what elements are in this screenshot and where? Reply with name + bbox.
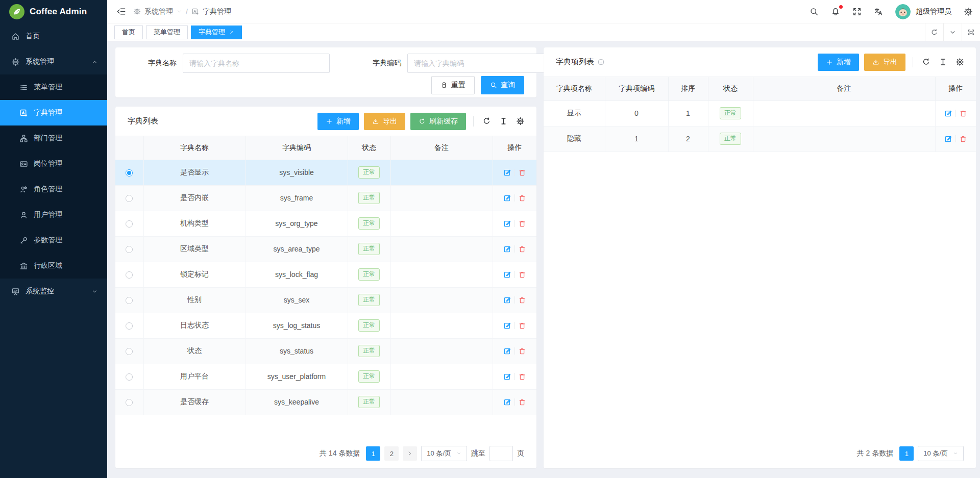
- table-row[interactable]: 是否内嵌 sys_frame 正常: [115, 185, 536, 211]
- tab-dict-management[interactable]: 字典管理: [191, 26, 242, 39]
- page-size-select[interactable]: 10 条/页: [421, 446, 467, 461]
- delete-icon[interactable]: [518, 398, 526, 406]
- edit-icon[interactable]: [944, 135, 952, 143]
- sidebar-item-home[interactable]: 首页: [0, 23, 107, 49]
- sidebar-item-admin-region[interactable]: 行政区域: [0, 253, 107, 279]
- row-radio[interactable]: [126, 348, 133, 355]
- sidebar-item-user-management[interactable]: 用户管理: [0, 202, 107, 228]
- table-row[interactable]: 是否显示 sys_visible 正常: [115, 160, 536, 185]
- delete-icon[interactable]: [518, 270, 526, 279]
- col-item-sort: 排序: [668, 77, 708, 100]
- tab-home[interactable]: 首页: [114, 26, 143, 39]
- table-row[interactable]: 是否缓存 sys_keepalive 正常: [115, 389, 536, 415]
- row-radio[interactable]: [126, 246, 133, 253]
- table-row[interactable]: 区域类型 sys_area_type 正常: [115, 236, 536, 262]
- sidebar-item-role-management[interactable]: 角色管理: [0, 177, 107, 202]
- sidebar-item-dept-management[interactable]: 部门管理: [0, 125, 107, 151]
- fullscreen-icon[interactable]: [852, 7, 862, 16]
- dict-add-button[interactable]: 新增: [317, 113, 359, 130]
- row-radio[interactable]: [126, 399, 133, 406]
- row-height-icon[interactable]: [939, 58, 947, 66]
- refresh-cache-button[interactable]: 刷新缓存: [410, 113, 466, 130]
- tab-more-chevron-icon[interactable]: [943, 23, 962, 41]
- row-radio[interactable]: [126, 169, 133, 177]
- edit-icon[interactable]: [503, 296, 511, 304]
- table-row[interactable]: 显示 0 1 正常: [544, 100, 976, 126]
- edit-icon[interactable]: [503, 219, 511, 228]
- table-row[interactable]: 用户平台 sys_user_platform 正常: [115, 364, 536, 389]
- row-radio[interactable]: [126, 297, 133, 304]
- item-export-button[interactable]: 导出: [864, 54, 905, 71]
- table-row[interactable]: 隐藏 1 2 正常: [544, 126, 976, 152]
- page-size-select[interactable]: 10 条/页: [918, 446, 964, 461]
- edit-icon[interactable]: [503, 321, 511, 330]
- row-radio[interactable]: [126, 373, 133, 381]
- query-button[interactable]: 查询: [481, 76, 524, 94]
- delete-icon[interactable]: [518, 347, 526, 355]
- row-radio[interactable]: [126, 322, 133, 330]
- app-logo[interactable]: Coffee Admin: [0, 0, 107, 23]
- next-page-button[interactable]: [403, 446, 417, 461]
- sidebar-item-menu-management[interactable]: 菜单管理: [0, 74, 107, 100]
- row-height-icon[interactable]: [499, 117, 508, 125]
- dict-name-input[interactable]: [183, 54, 330, 73]
- row-radio[interactable]: [126, 220, 133, 228]
- page-1-button[interactable]: 1: [366, 446, 380, 461]
- page-2-button[interactable]: 2: [384, 446, 399, 461]
- sidebar-item-post-management[interactable]: 岗位管理: [0, 151, 107, 177]
- edit-icon[interactable]: [503, 372, 511, 381]
- delete-icon[interactable]: [518, 219, 526, 228]
- content-maximize-icon[interactable]: [962, 23, 980, 41]
- avatar[interactable]: [895, 4, 911, 19]
- table-row[interactable]: 机构类型 sys_org_type 正常: [115, 211, 536, 236]
- dict-code-input[interactable]: [407, 54, 554, 73]
- reset-button[interactable]: 重置: [431, 76, 475, 94]
- notification-bell-icon[interactable]: [831, 7, 840, 16]
- delete-icon[interactable]: [518, 372, 526, 381]
- search-icon: [490, 82, 497, 89]
- row-radio[interactable]: [126, 195, 133, 202]
- sidebar-item-param-management[interactable]: 参数管理: [0, 228, 107, 253]
- edit-icon[interactable]: [503, 245, 511, 253]
- delete-icon[interactable]: [518, 296, 526, 304]
- delete-icon[interactable]: [518, 194, 526, 202]
- edit-icon[interactable]: [503, 168, 511, 177]
- delete-icon[interactable]: [959, 135, 967, 143]
- search-icon[interactable]: [810, 7, 819, 16]
- table-row[interactable]: 日志状态 sys_log_status 正常: [115, 313, 536, 338]
- edit-icon[interactable]: [503, 194, 511, 202]
- delete-icon[interactable]: [959, 109, 967, 117]
- table-row[interactable]: 锁定标记 sys_lock_flag 正常: [115, 262, 536, 287]
- breadcrumb-level1[interactable]: 系统管理: [144, 7, 173, 16]
- page-1-button[interactable]: 1: [899, 446, 914, 461]
- sidebar-collapse-button[interactable]: [116, 7, 126, 16]
- current-user-name[interactable]: 超级管理员: [916, 7, 951, 16]
- translate-icon[interactable]: [874, 7, 883, 16]
- delete-icon[interactable]: [518, 168, 526, 177]
- column-settings-gear-icon[interactable]: [516, 117, 525, 125]
- chevron-up-icon: [91, 59, 98, 65]
- sidebar-item-system-management[interactable]: 系统管理: [0, 49, 107, 74]
- info-icon[interactable]: [597, 58, 605, 66]
- settings-gear-icon[interactable]: [964, 7, 973, 16]
- delete-icon[interactable]: [518, 245, 526, 253]
- edit-icon[interactable]: [503, 270, 511, 279]
- table-refresh-icon[interactable]: [922, 58, 930, 66]
- edit-icon[interactable]: [944, 109, 952, 117]
- sidebar-item-system-monitor[interactable]: 系统监控: [0, 279, 107, 304]
- dict-export-button[interactable]: 导出: [364, 113, 405, 130]
- row-radio[interactable]: [126, 271, 133, 279]
- edit-icon[interactable]: [503, 398, 511, 406]
- jump-page-input[interactable]: [489, 446, 513, 461]
- table-row[interactable]: 状态 sys_status 正常: [115, 338, 536, 364]
- delete-icon[interactable]: [518, 321, 526, 330]
- edit-icon[interactable]: [503, 347, 511, 355]
- column-settings-gear-icon[interactable]: [955, 58, 964, 66]
- tab-menu-management[interactable]: 菜单管理: [146, 26, 188, 39]
- table-refresh-icon[interactable]: [482, 117, 491, 125]
- tab-refresh-icon[interactable]: [925, 23, 943, 41]
- item-add-button[interactable]: 新增: [818, 54, 859, 71]
- close-icon[interactable]: [229, 30, 234, 35]
- table-row[interactable]: 性别 sys_sex 正常: [115, 287, 536, 313]
- sidebar-item-dict-management[interactable]: 字典管理: [0, 100, 107, 125]
